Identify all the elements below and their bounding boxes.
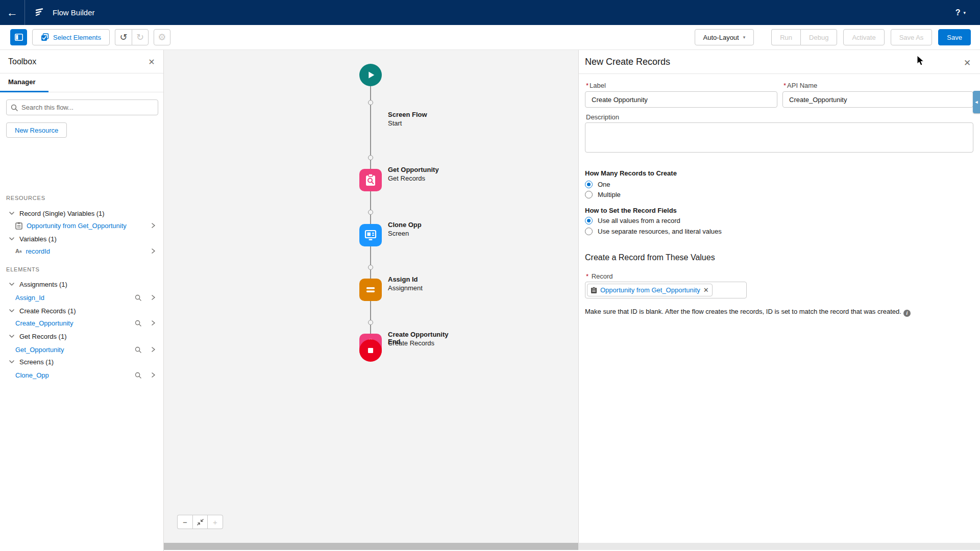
element-group-create-records[interactable]: Create Records (1) [0, 304, 164, 317]
chevron-right-icon[interactable] [149, 319, 157, 327]
node-title: Clone Opp [388, 221, 422, 229]
chevron-right-icon[interactable] [149, 293, 157, 302]
element-group-get-records[interactable]: Get Records (1) [0, 330, 164, 343]
find-in-canvas-icon[interactable] [134, 293, 142, 302]
element-group-assignments[interactable]: Assignments (1) [0, 278, 164, 291]
stop-icon [365, 345, 376, 356]
toolbox-close-icon[interactable]: ✕ [146, 56, 157, 67]
create-record-section-title: Create a Record from These Values [585, 253, 715, 262]
play-icon [365, 69, 376, 81]
element-item-assign-id[interactable]: Assign_Id [0, 291, 164, 304]
connector-insert-node[interactable] [368, 210, 373, 215]
label-field-label: *Label [586, 82, 606, 89]
chevron-right-icon[interactable] [149, 247, 157, 255]
resources-section-label: RESOURCES [6, 195, 45, 201]
toolbar: Select Elements ↺ ↻ ⚙ Auto-Layout ▾ Run … [0, 25, 980, 50]
connector-insert-node[interactable] [368, 100, 373, 105]
panel-expand-tab[interactable]: ◄ [973, 91, 980, 113]
save-as-button[interactable]: Save As [891, 29, 933, 45]
description-textarea[interactable] [585, 122, 973, 153]
element-group-screens[interactable]: Screens (1) [0, 355, 164, 368]
chevron-right-icon[interactable] [149, 345, 157, 354]
resource-group-variables[interactable]: Variables (1) [0, 232, 164, 245]
flow-node-assign-id[interactable] [359, 279, 382, 301]
resource-item-recordid[interactable]: Aa recordId [0, 244, 164, 258]
get-records-icon [364, 173, 377, 187]
redo-button[interactable]: ↻ [132, 29, 149, 45]
resource-group-record-variables[interactable]: Record (Single) Variables (1) [0, 207, 164, 220]
search-input[interactable] [21, 104, 154, 111]
tab-manager[interactable]: Manager [8, 78, 35, 86]
flow-node-clone-opp[interactable] [359, 224, 382, 246]
remove-pill-icon[interactable]: ✕ [703, 286, 709, 294]
required-asterisk: * [586, 272, 589, 280]
chevron-down-icon[interactable] [8, 358, 15, 365]
back-button[interactable]: ← [0, 0, 25, 25]
element-item-clone-opp[interactable]: Clone_Opp [0, 368, 164, 382]
zoom-out-button[interactable]: − [177, 515, 192, 529]
connector-insert-node[interactable] [368, 320, 373, 325]
chevron-down-icon[interactable] [8, 281, 15, 288]
flow-settings-button[interactable]: ⚙ [154, 29, 170, 45]
debug-button[interactable]: Debug [800, 29, 837, 45]
connector-insert-node[interactable] [368, 155, 373, 160]
activate-button[interactable]: Activate [843, 29, 884, 45]
chevron-right-icon[interactable] [149, 371, 157, 379]
assignment-icon [364, 284, 377, 296]
radio-use-all-values[interactable]: Use all values from a record [585, 217, 680, 224]
record-pill[interactable]: Opportunity from Get_Opportunity ✕ [587, 284, 713, 296]
label-input[interactable] [585, 91, 777, 108]
select-elements-button[interactable]: Select Elements [32, 29, 110, 45]
undo-button[interactable]: ↺ [115, 29, 132, 45]
toolbox-search[interactable] [6, 99, 158, 115]
horizontal-scrollbar-thumb[interactable] [164, 543, 578, 550]
flow-node-get-opportunity[interactable] [359, 169, 382, 191]
node-subtitle: Start [388, 119, 402, 127]
find-in-canvas-icon[interactable] [134, 371, 142, 379]
help-icon: ? [955, 8, 961, 17]
find-in-canvas-icon[interactable] [134, 319, 142, 327]
chevron-down-icon[interactable] [8, 235, 15, 242]
api-name-input[interactable] [782, 91, 973, 108]
radio-use-separate-resources[interactable]: Use separate resources, and literal valu… [585, 228, 722, 235]
connector-insert-node[interactable] [368, 265, 373, 270]
radio-button-icon[interactable] [585, 181, 593, 188]
record-helper-text: Make sure that ID is blank. After the fl… [585, 308, 911, 317]
auto-layout-dropdown[interactable]: Auto-Layout ▾ [695, 29, 754, 45]
zoom-fit-button[interactable] [192, 515, 208, 529]
divider [579, 73, 980, 74]
run-button[interactable]: Run [771, 29, 800, 45]
node-title: Screen Flow [388, 111, 427, 118]
flow-builder-logo-icon [32, 5, 47, 20]
panel-close-icon[interactable]: ✕ [962, 57, 973, 68]
horizontal-scrollbar[interactable] [164, 543, 980, 550]
info-icon[interactable]: i [903, 310, 911, 317]
flow-node-end[interactable] [359, 339, 382, 362]
chevron-down-icon[interactable] [8, 307, 15, 314]
api-name-field-label: *API Name [783, 82, 817, 89]
elements-section-label: ELEMENTS [6, 266, 40, 272]
toggle-toolbox-button[interactable] [10, 29, 27, 45]
save-button[interactable]: Save [938, 29, 971, 45]
record-combobox[interactable]: Opportunity from Get_Opportunity ✕ [585, 282, 747, 298]
element-item-create-opportunity[interactable]: Create_Opportunity [0, 316, 164, 330]
zoom-in-button[interactable]: + [208, 515, 223, 529]
radio-one[interactable]: One [585, 181, 610, 188]
flow-canvas[interactable]: Screen Flow Start Get Opportunity Get Re… [164, 50, 578, 543]
element-item-get-opportunity[interactable]: Get_Opportunity [0, 343, 164, 356]
chevron-down-icon[interactable] [8, 333, 15, 340]
panel-left-icon [15, 34, 23, 41]
flow-node-start[interactable] [359, 64, 382, 86]
radio-button-icon[interactable] [585, 228, 593, 235]
how-to-set-fields-label: How to Set the Record Fields [585, 207, 677, 214]
chevron-down-icon[interactable] [8, 210, 15, 217]
chevron-down-icon: ▾ [743, 35, 746, 40]
resource-item-opportunity[interactable]: Opportunity from Get_Opportunity [0, 219, 164, 232]
radio-multiple[interactable]: Multiple [585, 191, 621, 198]
new-resource-button[interactable]: New Resource [6, 122, 67, 138]
find-in-canvas-icon[interactable] [134, 345, 142, 354]
radio-button-icon[interactable] [585, 217, 593, 224]
help-menu[interactable]: ? ▾ [955, 0, 966, 25]
radio-button-icon[interactable] [585, 191, 593, 198]
chevron-right-icon[interactable] [149, 221, 157, 230]
